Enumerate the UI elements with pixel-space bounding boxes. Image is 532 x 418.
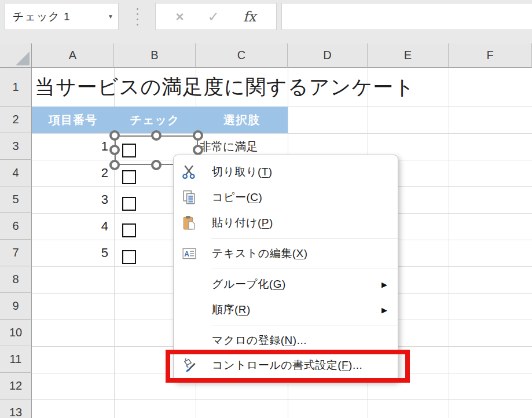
form-checkbox[interactable] xyxy=(122,197,136,211)
menu-item-label: 切り取り(T) xyxy=(212,164,273,179)
item-number-cell[interactable]: 5 xyxy=(32,240,108,266)
edit-text-icon: A xyxy=(179,245,199,262)
formula-toolbar: チェック 1 ▼ × ✓ fx xyxy=(0,0,532,43)
select-all-corner[interactable] xyxy=(0,43,32,68)
menu-item-cut[interactable]: 切り取り(T) xyxy=(174,159,398,185)
row-header-3[interactable]: 3 xyxy=(0,133,32,160)
menu-icon-placeholder xyxy=(179,302,199,318)
menu-separator xyxy=(211,269,398,269)
name-box[interactable]: チェック 1 ▼ xyxy=(5,3,119,30)
menu-item-paste[interactable]: 貼り付け(P) xyxy=(174,210,398,236)
cancel-icon[interactable]: × xyxy=(176,9,184,25)
menu-item-group[interactable]: グループ化(G)▶ xyxy=(174,272,398,297)
column-header-C[interactable]: C xyxy=(196,43,288,68)
row-header-5[interactable]: 5 xyxy=(0,186,32,213)
submenu-arrow-icon: ▶ xyxy=(381,306,387,314)
row-header-4[interactable]: 4 xyxy=(0,160,32,186)
menu-item-label: コピー(C) xyxy=(212,190,262,205)
context-menu: 切り取り(T)コピー(C)貼り付け(P)Aテキストの編集(X)グループ化(G)▶… xyxy=(173,155,398,382)
enter-icon[interactable]: ✓ xyxy=(208,9,219,25)
copy-icon xyxy=(179,189,199,206)
table-header-cell: 選択肢 xyxy=(196,107,288,133)
selection-handle[interactable] xyxy=(109,160,120,170)
highlight-rectangle xyxy=(166,350,410,383)
formula-bar-input[interactable] xyxy=(281,3,532,30)
insert-function-icon[interactable]: fx xyxy=(243,9,256,25)
row-header-1[interactable]: 1 xyxy=(0,68,32,107)
menu-separator xyxy=(211,325,398,325)
column-header-E[interactable]: E xyxy=(368,43,449,68)
row-header-10[interactable]: 10 xyxy=(0,320,32,346)
submenu-arrow-icon: ▶ xyxy=(381,280,387,289)
row-header-11[interactable]: 11 xyxy=(0,346,32,373)
formula-buttons: × ✓ fx xyxy=(155,3,277,30)
selection-handle[interactable] xyxy=(193,130,203,141)
row-header-12[interactable]: 12 xyxy=(0,373,32,399)
selection-handle[interactable] xyxy=(193,145,203,155)
form-checkbox[interactable] xyxy=(122,170,136,184)
name-box-dropdown-icon[interactable]: ▼ xyxy=(108,13,113,20)
menu-item-copy[interactable]: コピー(C) xyxy=(174,185,398,210)
selection-handle[interactable] xyxy=(109,145,120,155)
column-header-A[interactable]: A xyxy=(32,43,114,68)
menu-icon-placeholder xyxy=(179,332,199,349)
column-header-F[interactable]: F xyxy=(449,43,532,68)
toolbar-drag-dots-icon xyxy=(135,8,140,25)
menu-item-label: 順序(R) xyxy=(212,302,251,317)
menu-item-label: マクロの登録(N)... xyxy=(212,333,307,348)
excel-window: チェック 1 ▼ × ✓ fx ABCDEF12345678910111213当… xyxy=(0,0,532,418)
gridline-v xyxy=(449,68,449,418)
scissors-icon xyxy=(179,164,199,180)
menu-item-edit-text[interactable]: Aテキストの編集(X) xyxy=(174,241,398,266)
column-header-D[interactable]: D xyxy=(288,43,368,68)
paste-icon xyxy=(179,215,199,231)
menu-item-label: 貼り付け(P) xyxy=(212,215,273,230)
gridline-h xyxy=(32,399,532,400)
item-number-cell[interactable]: 2 xyxy=(32,160,108,186)
row-header-2[interactable]: 2 xyxy=(0,107,32,133)
row-header-8[interactable]: 8 xyxy=(0,266,32,293)
selection-handle[interactable] xyxy=(151,130,162,141)
menu-item-label: テキストの編集(X) xyxy=(212,246,308,261)
table-header-cell: チェック xyxy=(114,107,196,133)
item-number-cell[interactable]: 4 xyxy=(32,213,108,240)
item-number-cell[interactable]: 1 xyxy=(32,133,108,160)
selection-handle[interactable] xyxy=(109,130,120,141)
selection-handle[interactable] xyxy=(151,160,162,170)
row-header-7[interactable]: 7 xyxy=(0,240,32,266)
table-header-cell: 項目番号 xyxy=(32,107,114,133)
select-all-triangle-icon xyxy=(16,52,30,65)
row-header-13[interactable]: 13 xyxy=(0,399,32,418)
survey-title-cell[interactable]: 当サービスの満足度に関するアンケート xyxy=(35,68,415,107)
form-checkbox[interactable] xyxy=(122,250,136,264)
name-box-value: チェック 1 xyxy=(13,9,108,24)
menu-icon-placeholder xyxy=(179,276,199,292)
row-header-6[interactable]: 6 xyxy=(0,213,32,240)
column-header-B[interactable]: B xyxy=(114,43,196,68)
item-number-cell[interactable]: 3 xyxy=(32,186,108,213)
menu-item-label: グループ化(G) xyxy=(212,277,286,292)
svg-text:A: A xyxy=(184,250,189,258)
menu-separator xyxy=(211,238,398,239)
menu-item-order[interactable]: 順序(R)▶ xyxy=(174,297,398,322)
row-header-9[interactable]: 9 xyxy=(0,293,32,320)
form-checkbox[interactable] xyxy=(122,223,136,237)
